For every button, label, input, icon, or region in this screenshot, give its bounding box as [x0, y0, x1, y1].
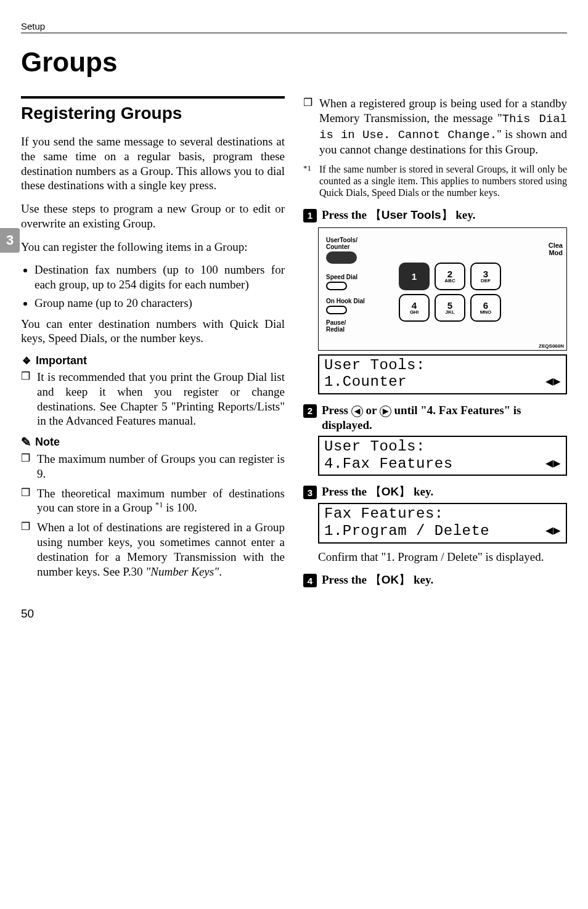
arrows-icon: ◀▶ [545, 524, 561, 538]
pencil-icon [21, 434, 31, 449]
list-item: The theoretical maximum number of destin… [21, 486, 285, 516]
step-text-part: or [363, 404, 380, 417]
section-subtitle: Registering Groups [21, 104, 285, 123]
keypad-key-2: 2ABC [435, 263, 465, 290]
lcd-display: User Tools: 1.Counter◀▶ [318, 354, 567, 394]
reference-italic: "Number Keys" [145, 565, 219, 578]
list-item: It is recommended that you print the Gro… [21, 370, 285, 428]
panel-label: UserTools/ [326, 237, 357, 243]
panel-label: Speed Dial [326, 274, 365, 280]
right-arrow-icon: ▶ [380, 406, 391, 417]
step-text: Press the User Tools key. [322, 208, 475, 222]
note-list-continued: When a registered group is being used fo… [303, 96, 567, 157]
bullet-list: Destination fax numbers (up to 100 numbe… [21, 263, 285, 310]
panel-label: Redial [326, 326, 345, 333]
user-tools-button-icon [326, 251, 357, 264]
step-number-icon: 4 [303, 574, 317, 587]
keypad-key-4: 4GHI [399, 294, 430, 322]
list-item: The maximum number of Groups you can reg… [21, 452, 285, 481]
step-text-part: key. [410, 573, 433, 586]
keycap-ok: OK [370, 485, 411, 498]
note-label: Note [35, 436, 60, 449]
note-heading: Note [21, 434, 285, 449]
speed-dial-button-icon [326, 282, 347, 290]
step-text: Press the OK key. [322, 573, 433, 587]
left-column: Registering Groups If you send the same … [21, 96, 285, 591]
panel-label: Counter [326, 243, 349, 250]
step-text-part: key. [453, 208, 476, 221]
list-item: When a lot of destinations are registere… [21, 520, 285, 579]
keypad-key-6: 6MNO [470, 294, 501, 322]
footnote-marker: *1 [155, 500, 163, 509]
step-number-icon: 2 [303, 404, 317, 418]
lcd-line-2: 4.Fax Features◀▶ [324, 455, 561, 473]
control-panel-illustration: UserTools/Counter Speed Dial On Hook Dia… [318, 227, 567, 351]
step-3: 3 Press the OK key. [303, 484, 567, 499]
step-text: Press the OK key. [322, 484, 433, 499]
important-heading: Important [21, 354, 285, 367]
step-text-part: Press [322, 404, 351, 417]
keypad-key-5: 5JKL [435, 294, 465, 322]
note-text: . [219, 565, 222, 578]
keypad-illustration: 1 2ABC 3DEF 4GHI 5JKL 6MNO [399, 263, 501, 322]
footnote-item: *1 If the same number is stored in sever… [303, 163, 567, 199]
important-list: It is recommended that you print the Gro… [21, 370, 285, 428]
footnote-text: If the same number is stored in several … [319, 164, 567, 198]
step-number-icon: 3 [303, 486, 317, 499]
panel-labels: UserTools/Counter Speed Dial On Hook Dia… [326, 237, 365, 333]
step-4: 4 Press the OK key. [303, 573, 567, 587]
lcd-display: Fax Features: 1.Program / Delete◀▶ [318, 503, 567, 543]
panel-label: On Hook Dial [326, 298, 365, 304]
lcd-line-1: User Tools: [324, 438, 561, 455]
section-rule [21, 96, 285, 99]
step-text-part: Press the [322, 573, 370, 586]
step-1: 1 Press the User Tools key. [303, 208, 567, 222]
illustration-code: ZEQS060N [539, 343, 564, 349]
body-paragraph: If you send the same message to several … [21, 134, 285, 193]
page-title: Groups [21, 47, 567, 78]
lcd-line-1: Fax Features: [324, 505, 561, 523]
important-label: Important [36, 354, 87, 367]
step-text: Press ◀ or ▶ until "4. Fax Features" is … [322, 403, 567, 433]
step-text-part: Press the [322, 208, 370, 221]
page-number: 50 [21, 607, 567, 621]
list-item: Destination fax numbers (up to 100 numbe… [35, 263, 285, 292]
important-icon [21, 356, 32, 367]
lcd-display: User Tools: 4.Fax Features◀▶ [318, 436, 567, 476]
note-text: is 100. [163, 502, 197, 515]
running-header: Setup [21, 21, 567, 33]
keypad-key-1: 1 [399, 263, 430, 290]
panel-label-right: CleaMod [549, 242, 563, 256]
chapter-tab: 3 [0, 228, 20, 253]
keycap-user-tools: User Tools [370, 208, 453, 221]
list-item: Group name (up to 20 characters) [35, 296, 285, 311]
arrows-icon: ◀▶ [545, 375, 561, 389]
step-2: 2 Press ◀ or ▶ until "4. Fax Features" i… [303, 403, 567, 433]
lcd-line-1: User Tools: [324, 357, 561, 374]
note-list: The maximum number of Groups you can reg… [21, 452, 285, 579]
right-column: When a registered group is being used fo… [303, 96, 567, 591]
arrows-icon: ◀▶ [545, 457, 561, 471]
body-paragraph: You can register the following items in … [21, 240, 285, 255]
step-text-part: key. [410, 485, 433, 498]
left-arrow-icon: ◀ [351, 406, 363, 417]
keycap-ok: OK [370, 573, 411, 586]
lcd-line-2: 1.Program / Delete◀▶ [324, 523, 561, 540]
step-number-icon: 1 [303, 209, 317, 222]
body-paragraph: You can enter destination numbers with Q… [21, 317, 285, 346]
body-paragraph: Confirm that "1. Program / Delete" is di… [318, 550, 567, 565]
body-paragraph: Use these steps to program a new Group o… [21, 202, 285, 231]
list-item: When a registered group is being used fo… [303, 96, 567, 157]
keypad-key-3: 3DEF [470, 263, 501, 290]
footnote-list: *1 If the same number is stored in sever… [303, 163, 567, 199]
lcd-line-2: 1.Counter◀▶ [324, 373, 561, 391]
on-hook-dial-button-icon [326, 306, 347, 314]
footnote-marker: *1 [303, 163, 311, 173]
panel-label: Pause/ [326, 319, 346, 326]
step-text-part: Press the [322, 485, 370, 498]
